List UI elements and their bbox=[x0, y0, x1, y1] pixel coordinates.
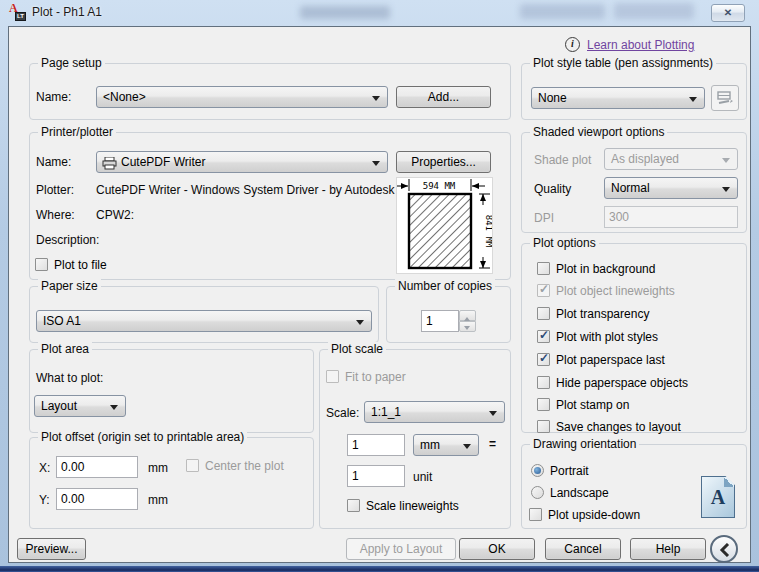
chevron-down-icon bbox=[722, 158, 730, 167]
what-to-plot-combo[interactable]: Layout bbox=[34, 395, 126, 417]
add-button[interactable]: Add... bbox=[396, 86, 491, 108]
properties-button[interactable]: Properties... bbox=[396, 151, 491, 173]
page-setup-name-combo[interactable]: <None> bbox=[96, 86, 388, 108]
plot-options-caption: Plot options bbox=[530, 236, 599, 250]
printer-icon bbox=[102, 157, 117, 170]
chevron-left-icon bbox=[719, 543, 731, 557]
drawing-orientation-caption: Drawing orientation bbox=[530, 437, 639, 451]
background-blur bbox=[520, 4, 605, 19]
plot-object-lineweights-checkbox[interactable] bbox=[537, 284, 550, 297]
plot-transparency-checkbox[interactable] bbox=[537, 307, 550, 320]
units-combo[interactable]: mm bbox=[413, 434, 479, 456]
printer-name-combo[interactable]: CutePDF Writer bbox=[96, 151, 388, 173]
plot-offset-group: Plot offset (origin set to printable are… bbox=[29, 437, 314, 529]
background-app-strip bbox=[0, 566, 759, 572]
plot-to-file-label: Plot to file bbox=[54, 258, 107, 272]
autocad-lt-icon: A LT bbox=[9, 4, 26, 21]
paper-units-input[interactable] bbox=[347, 434, 405, 456]
chevron-down-icon bbox=[463, 444, 471, 453]
info-icon: i bbox=[565, 37, 580, 52]
shade-plot-label: Shade plot bbox=[534, 153, 591, 167]
offset-x-unit: mm bbox=[148, 461, 168, 475]
orientation-letter: A bbox=[702, 486, 734, 509]
offset-y-unit: mm bbox=[148, 493, 168, 507]
description-label: Description: bbox=[36, 233, 99, 247]
background-blur bbox=[300, 6, 390, 19]
center-plot-checkbox[interactable] bbox=[186, 459, 199, 472]
where-label: Where: bbox=[36, 208, 75, 222]
plot-paperspace-last-checkbox[interactable] bbox=[537, 353, 550, 366]
edit-pen-icon bbox=[717, 90, 734, 107]
help-button[interactable]: Help bbox=[630, 538, 706, 560]
plot-option-label: Plot object lineweights bbox=[556, 284, 675, 298]
page-setup-caption: Page setup bbox=[38, 56, 105, 70]
landscape-label: Landscape bbox=[550, 486, 609, 500]
window-title: Plot - Ph1 A1 bbox=[32, 5, 102, 19]
save-changes-to-layout-checkbox[interactable] bbox=[537, 420, 550, 433]
chevron-down-icon bbox=[489, 411, 497, 420]
preview-button[interactable]: Preview... bbox=[17, 538, 86, 560]
unit-label: unit bbox=[413, 470, 432, 484]
offset-y-input[interactable] bbox=[56, 488, 138, 510]
chevron-down-icon bbox=[722, 187, 730, 196]
chevron-down-icon bbox=[110, 405, 118, 414]
shade-plot-value: As displayed bbox=[611, 152, 679, 166]
hide-paperspace-objects-checkbox[interactable] bbox=[537, 376, 550, 389]
plot-style-combo[interactable]: None bbox=[531, 87, 705, 109]
plot-option-label: Plot with plot styles bbox=[556, 330, 658, 344]
scale-lineweights-checkbox[interactable] bbox=[347, 499, 360, 512]
title-bar[interactable]: A LT Plot - Ph1 A1 ✕ bbox=[0, 0, 759, 26]
scale-label: Scale: bbox=[326, 406, 359, 420]
offset-y-label: Y: bbox=[39, 493, 50, 507]
scale-combo[interactable]: 1:1_1 bbox=[364, 401, 505, 423]
fewer-options-button[interactable] bbox=[710, 535, 738, 563]
edit-plot-style-button[interactable] bbox=[711, 85, 739, 111]
spinner-down-icon[interactable] bbox=[459, 321, 476, 332]
copies-input[interactable] bbox=[421, 310, 459, 332]
what-to-plot-value: Layout bbox=[41, 399, 77, 413]
plotter-label: Plotter: bbox=[36, 183, 74, 197]
offset-x-input[interactable] bbox=[56, 456, 138, 478]
ok-button[interactable]: OK bbox=[459, 538, 535, 560]
chevron-down-icon bbox=[689, 97, 697, 106]
paper-height-text: 841 MM bbox=[484, 215, 492, 248]
fit-to-paper-checkbox[interactable] bbox=[326, 370, 339, 383]
copies-spinner[interactable] bbox=[459, 310, 476, 332]
plot-area-caption: Plot area bbox=[38, 342, 92, 356]
plot-upside-down-checkbox[interactable] bbox=[529, 508, 542, 521]
close-button[interactable]: ✕ bbox=[711, 4, 745, 22]
dialog-body: i Learn about Plotting Page setup Name: … bbox=[8, 26, 751, 563]
quality-label: Quality bbox=[534, 182, 571, 196]
paper-size-combo[interactable]: ISO A1 bbox=[36, 310, 372, 332]
plot-with-plot-styles-checkbox[interactable] bbox=[537, 330, 550, 343]
units-value: mm bbox=[420, 438, 440, 452]
cancel-button[interactable]: Cancel bbox=[545, 538, 621, 560]
equals-sign: = bbox=[489, 437, 496, 451]
paper-width-text: 594 MM bbox=[423, 181, 456, 191]
plot-option-label: Plot in background bbox=[556, 262, 655, 276]
chevron-down-icon bbox=[356, 320, 364, 329]
plot-scale-caption: Plot scale bbox=[328, 342, 386, 356]
orientation-paper-icon: A bbox=[701, 476, 735, 518]
plot-stamp-on-checkbox[interactable] bbox=[537, 398, 550, 411]
paper-size-preview: 594 MM 841 MM bbox=[396, 177, 493, 274]
plot-in-background-checkbox[interactable] bbox=[537, 262, 550, 275]
plot-dialog-window: A LT Plot - Ph1 A1 ✕ i Learn about Plott… bbox=[0, 0, 759, 572]
scale-lineweights-label: Scale lineweights bbox=[366, 499, 459, 513]
shaded-viewport-caption: Shaded viewport options bbox=[530, 125, 667, 139]
what-to-plot-label: What to plot: bbox=[36, 371, 103, 385]
printer-name-value: CutePDF Writer bbox=[121, 155, 205, 169]
landscape-radio[interactable] bbox=[531, 486, 544, 499]
quality-value: Normal bbox=[611, 181, 650, 195]
portrait-radio[interactable] bbox=[531, 464, 544, 477]
quality-combo[interactable]: Normal bbox=[604, 177, 738, 199]
plot-to-file-checkbox[interactable] bbox=[35, 258, 48, 271]
chevron-down-icon bbox=[372, 96, 380, 105]
center-plot-label: Center the plot bbox=[205, 459, 284, 473]
drawing-units-input[interactable] bbox=[347, 465, 405, 487]
learn-about-plotting-link[interactable]: Learn about Plotting bbox=[587, 38, 694, 52]
plot-option-label: Save changes to layout bbox=[556, 420, 681, 434]
dpi-input bbox=[604, 206, 738, 228]
paper-dimension-drawing: 594 MM 841 MM bbox=[397, 178, 492, 273]
spinner-up-icon[interactable] bbox=[459, 310, 476, 321]
